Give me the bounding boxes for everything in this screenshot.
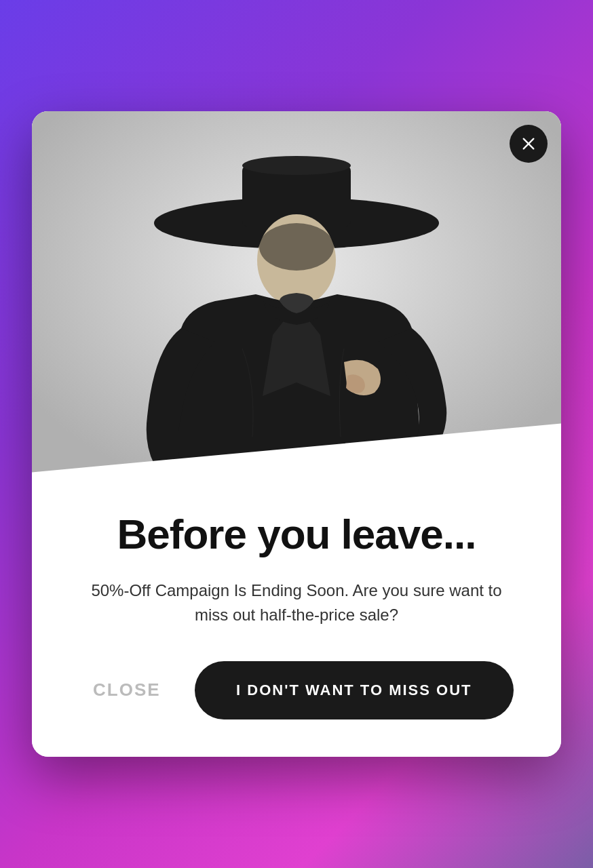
modal-content-section: Before you leave... 50%-Off Campaign Is … [32, 505, 561, 756]
modal-subtext: 50%-Off Campaign Is Ending Soon. Are you… [86, 578, 507, 627]
modal-close-x-button[interactable] [510, 125, 548, 163]
modal-buttons-row: CLOSE I DON'T WANT TO MISS OUT [79, 661, 514, 719]
x-icon [521, 136, 536, 151]
exit-intent-modal: Before you leave... 50%-Off Campaign Is … [32, 111, 561, 756]
modal-close-text-button[interactable]: CLOSE [79, 673, 174, 707]
svg-point-4 [242, 156, 351, 175]
modal-cta-button[interactable]: I DON'T WANT TO MISS OUT [195, 661, 514, 719]
svg-point-6 [259, 223, 334, 271]
modal-image-section [32, 111, 561, 505]
modal-headline: Before you leave... [79, 511, 514, 557]
